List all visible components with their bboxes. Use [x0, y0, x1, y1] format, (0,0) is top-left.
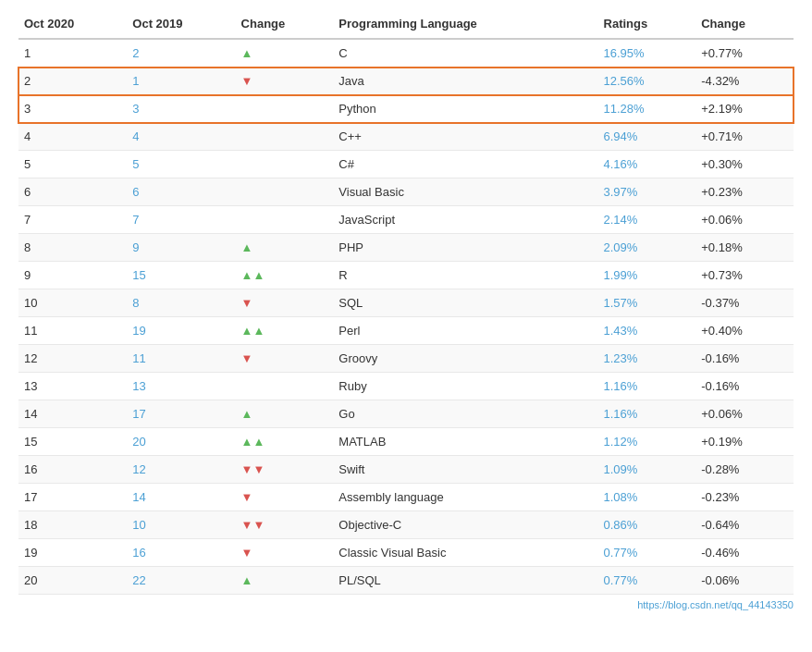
table-row: 1916▼Classic Visual Basic0.77%-0.46%	[18, 539, 794, 567]
rank-oct2019: 13	[127, 373, 235, 400]
table-row: 915▲▲R1.99%+0.73%	[18, 262, 794, 289]
rank-oct2020: 2	[18, 68, 127, 95]
rank-oct2019: 1	[127, 68, 235, 95]
table-row: 66Visual Basic3.97%+0.23%	[18, 178, 794, 206]
rank-oct2019: 20	[127, 428, 235, 456]
change-icon-cell	[236, 178, 334, 206]
change-icon-cell: ▲	[236, 39, 334, 68]
arrow-down-icon: ▼	[241, 351, 253, 365]
change-value: +2.19%	[695, 95, 794, 123]
table-row: 1211▼Groovy1.23%-0.16%	[18, 345, 794, 373]
language-name: Python	[333, 95, 597, 123]
header-change: Change	[236, 9, 334, 39]
rank-oct2019: 17	[127, 400, 235, 428]
arrow-down-icon: ▼	[241, 296, 253, 310]
rank-oct2019: 4	[127, 123, 235, 151]
rank-oct2020: 19	[18, 539, 127, 567]
table-row: 12▲C16.95%+0.77%	[18, 39, 794, 68]
ratings-value: 1.16%	[598, 400, 696, 428]
table-row: 55C#4.16%+0.30%	[18, 151, 794, 178]
arrow-up-double-icon: ▲▲	[241, 268, 265, 282]
ratings-value: 1.16%	[598, 373, 696, 400]
language-name: Assembly language	[333, 484, 597, 511]
rank-oct2019: 6	[127, 178, 235, 206]
change-icon-cell: ▲	[236, 567, 334, 595]
arrow-up-icon: ▲	[241, 407, 253, 421]
rank-oct2020: 1	[18, 39, 127, 68]
rank-oct2020: 3	[18, 95, 127, 123]
change-value: +0.06%	[695, 400, 794, 428]
change-icon-cell: ▼	[236, 539, 334, 567]
rank-oct2019: 15	[127, 262, 235, 289]
rank-oct2020: 20	[18, 567, 127, 595]
change-icon-cell: ▲	[236, 234, 334, 262]
ratings-value: 16.95%	[598, 39, 696, 68]
rank-oct2020: 17	[18, 484, 127, 511]
table-row: 1313Ruby1.16%-0.16%	[18, 373, 794, 400]
table-row: 108▼SQL1.57%-0.37%	[18, 289, 794, 317]
table-row: 33Python11.28%+2.19%	[18, 95, 794, 123]
change-icon-cell	[236, 206, 334, 234]
rank-oct2020: 15	[18, 428, 127, 456]
rank-oct2020: 10	[18, 289, 127, 317]
change-icon-cell: ▼▼	[236, 456, 334, 484]
rank-oct2020: 9	[18, 262, 127, 289]
change-value: +0.40%	[695, 317, 794, 345]
change-icon-cell: ▼	[236, 484, 334, 511]
table-row: 1417▲Go1.16%+0.06%	[18, 400, 794, 428]
language-name: C	[333, 39, 597, 68]
ratings-value: 0.77%	[598, 567, 696, 595]
change-icon-cell: ▼	[236, 289, 334, 317]
table-header-row: Oct 2020 Oct 2019 Change Programming Lan…	[18, 9, 794, 39]
change-value: +0.71%	[695, 123, 794, 151]
rank-oct2020: 5	[18, 151, 127, 178]
change-icon-cell: ▲▲	[236, 317, 334, 345]
language-name: PL/SQL	[333, 567, 597, 595]
ratings-value: 1.08%	[598, 484, 696, 511]
rank-oct2020: 4	[18, 123, 127, 151]
ratings-value: 3.97%	[598, 178, 696, 206]
language-name: Java	[333, 68, 597, 95]
rank-oct2019: 10	[127, 511, 235, 539]
ratings-value: 0.77%	[598, 539, 696, 567]
ratings-value: 11.28%	[598, 95, 696, 123]
rank-oct2019: 7	[127, 206, 235, 234]
table-row: 89▲PHP2.09%+0.18%	[18, 234, 794, 262]
language-name: C++	[333, 123, 597, 151]
ratings-value: 12.56%	[598, 68, 696, 95]
change-value: -0.28%	[695, 456, 794, 484]
ratings-value: 2.14%	[598, 206, 696, 234]
change-icon-cell	[236, 123, 334, 151]
change-icon-cell	[236, 151, 334, 178]
table-row: 77JavaScript2.14%+0.06%	[18, 206, 794, 234]
change-value: -0.46%	[695, 539, 794, 567]
arrow-up-icon: ▲	[241, 46, 253, 60]
change-value: -4.32%	[695, 68, 794, 95]
change-value: -0.16%	[695, 373, 794, 400]
ratings-value: 1.57%	[598, 289, 696, 317]
language-name: R	[333, 262, 597, 289]
rank-oct2020: 18	[18, 511, 127, 539]
arrow-down-double-icon: ▼▼	[241, 518, 265, 532]
language-name: PHP	[333, 234, 597, 262]
ratings-value: 4.16%	[598, 151, 696, 178]
language-name: Perl	[333, 317, 597, 345]
rank-oct2020: 6	[18, 178, 127, 206]
change-value: -0.16%	[695, 345, 794, 373]
table-row: 1810▼▼Objective-C0.86%-0.64%	[18, 511, 794, 539]
change-value: -0.06%	[695, 567, 794, 595]
ratings-value: 1.09%	[598, 456, 696, 484]
rank-oct2020: 16	[18, 456, 127, 484]
table-row: 1714▼Assembly language1.08%-0.23%	[18, 484, 794, 511]
arrow-down-icon: ▼	[241, 546, 253, 560]
language-name: C#	[333, 151, 597, 178]
ratings-value: 1.99%	[598, 262, 696, 289]
language-name: Visual Basic	[333, 178, 597, 206]
main-container: Oct 2020 Oct 2019 Change Programming Lan…	[0, 0, 812, 652]
language-name: Objective-C	[333, 511, 597, 539]
arrow-down-icon: ▼	[241, 74, 253, 88]
header-change2: Change	[695, 9, 794, 39]
ratings-value: 6.94%	[598, 123, 696, 151]
rank-oct2019: 5	[127, 151, 235, 178]
change-value: -0.37%	[695, 289, 794, 317]
